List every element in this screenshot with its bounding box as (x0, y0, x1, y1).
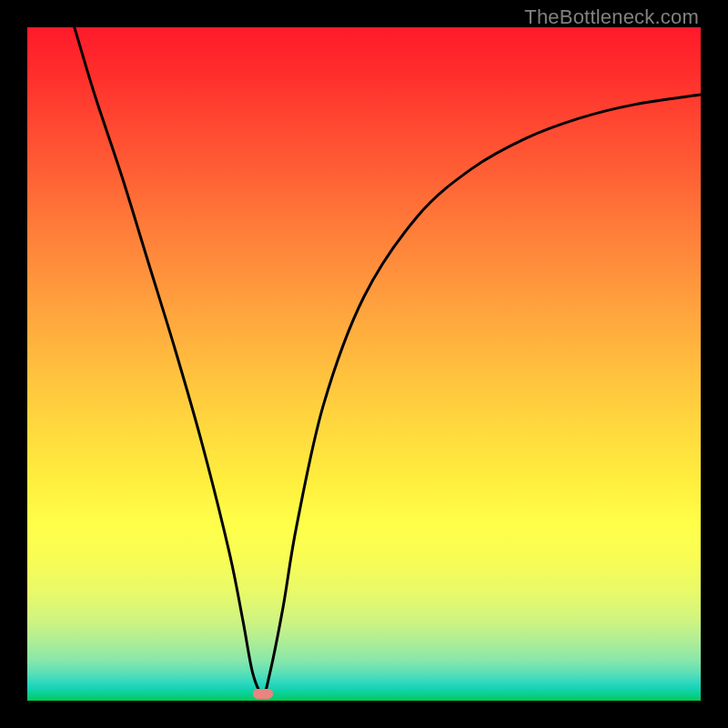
minimum-marker (253, 689, 273, 699)
bottleneck-curve (75, 27, 701, 694)
chart-container: TheBottleneck.com (0, 0, 728, 728)
watermark-text: TheBottleneck.com (524, 5, 699, 29)
curve-svg (27, 27, 701, 701)
plot-area (27, 27, 701, 701)
